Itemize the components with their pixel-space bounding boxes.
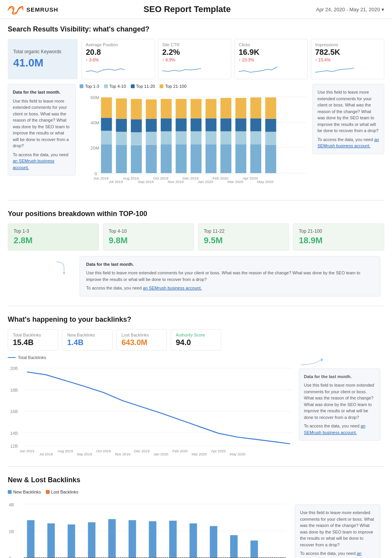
- total-backlinks-label: Total Backlinks: [13, 333, 53, 337]
- svg-text:16B: 16B: [10, 409, 18, 414]
- lost-backlinks-label: Lost Backlinks: [121, 333, 162, 337]
- bar-chart-legend: Top 1-3 Top 4-10 Top 11-20 Top 21-100: [80, 84, 309, 89]
- svg-rect-29: [176, 131, 187, 144]
- metric-site-ctr-change: ↑ 6.9%: [162, 58, 227, 62]
- svg-text:4B: 4B: [9, 502, 14, 507]
- svg-rect-28: [176, 144, 187, 173]
- section3-semrush-link[interactable]: an SEMrush business account.: [304, 424, 365, 435]
- section1-comment-left-title: Data for the last month.: [13, 89, 71, 96]
- section4-legend: New Backlinks Lost Backlinks: [8, 490, 384, 494]
- legend-top21-100: Top 21-100: [160, 84, 186, 89]
- svg-rect-52: [265, 145, 276, 173]
- section1-semrush-link-left[interactable]: an SEMrush business account.: [13, 159, 54, 170]
- svg-rect-8: [101, 144, 112, 173]
- section1-comment-left: Data for the last month. Use this field …: [8, 84, 76, 176]
- section3-comment-title: Data for the last month.: [304, 373, 375, 380]
- divider-1: [8, 200, 384, 201]
- section4-comment-text: Use this field to leave more extended co…: [300, 509, 375, 548]
- metric-avg-position: Average Position 20.8 ↑ 3.6%: [82, 39, 155, 79]
- backlinks-legend-label: Total Backlinks: [18, 355, 46, 360]
- logo-text: SEMRUSH: [26, 6, 58, 13]
- svg-rect-40: [220, 144, 231, 173]
- page-header: SEMRUSH SEO Report Template Apr 24, 2020…: [0, 0, 392, 19]
- svg-rect-103: [47, 523, 55, 558]
- svg-text:Oct 2019: Oct 2019: [153, 176, 168, 180]
- svg-text:Apr 2020: Apr 2020: [243, 176, 258, 180]
- section1-comment-right: Use this field to leave more extended co…: [312, 84, 384, 154]
- svg-text:18B: 18B: [10, 387, 18, 392]
- new-backlinks-label: New Backlinks: [67, 333, 108, 337]
- position-card-top11-22: Top 11-22 9.5M: [198, 223, 289, 251]
- new-lost-backlinks-chart-svg: 4B 2B 0 -2B: [8, 497, 291, 558]
- section3-comment: Data for the last month. Use this field …: [299, 368, 380, 441]
- section1-semrush-link-right[interactable]: an SEMrush business account.: [317, 137, 379, 148]
- total-keywords-card: Total organic Keywords 41.0M: [8, 39, 78, 79]
- svg-text:2B: 2B: [9, 529, 14, 534]
- section2-comment-row: Data for the last month. Use this field …: [8, 256, 384, 296]
- svg-rect-32: [191, 144, 201, 173]
- svg-rect-101: [27, 520, 35, 558]
- legend-top1-3: Top 1-3: [80, 84, 99, 89]
- clicks-sparkline: [239, 64, 278, 75]
- svg-text:60M: 60M: [90, 95, 99, 100]
- svg-rect-39: [205, 99, 216, 119]
- svg-rect-9: [101, 131, 112, 145]
- svg-rect-18: [131, 119, 142, 132]
- stacked-bar-chart-svg: 60M 40M 20M 0: [80, 91, 309, 191]
- svg-rect-31: [176, 99, 187, 119]
- svg-text:Mar 2020: Mar 2020: [227, 180, 243, 184]
- svg-rect-44: [235, 144, 246, 173]
- svg-text:Jun 2019: Jun 2019: [19, 449, 34, 453]
- metric-avg-position-change: ↑ 3.6%: [86, 58, 151, 62]
- position-label-1: Top 1-3: [14, 228, 93, 234]
- section2-comment-link-intro: To access the data, you need an SEMrush …: [86, 285, 374, 291]
- semrush-logo-icon: [8, 4, 23, 15]
- svg-rect-25: [161, 131, 172, 144]
- svg-rect-54: [265, 119, 276, 132]
- authority-score-value: 94.0: [176, 338, 216, 347]
- svg-text:Sep 2019: Sep 2019: [77, 452, 92, 456]
- svg-rect-35: [191, 99, 201, 119]
- section4-semrush-link[interactable]: an SEMrush business account.: [300, 551, 361, 558]
- section2-semrush-link[interactable]: an SEMrush business account.: [143, 286, 202, 290]
- svg-rect-117: [189, 523, 197, 558]
- svg-text:12B: 12B: [10, 444, 18, 448]
- metric-site-ctr-value: 2.2%: [162, 48, 227, 57]
- svg-text:40M: 40M: [90, 120, 99, 125]
- total-keywords-value: 41.0M: [13, 57, 72, 69]
- position-value-2: 9.8M: [109, 235, 188, 246]
- dropdown-arrow-icon[interactable]: ▾: [382, 7, 384, 12]
- section1-title: Search Results Visibility: what's change…: [8, 25, 384, 33]
- legend-lost-backlinks-label: Lost Backlinks: [51, 490, 78, 494]
- metric-clicks-label: Clicks: [239, 42, 304, 47]
- legend-new-backlinks: New Backlinks: [8, 490, 41, 494]
- svg-rect-33: [191, 131, 201, 144]
- svg-rect-14: [116, 119, 127, 132]
- svg-rect-13: [116, 132, 127, 145]
- svg-marker-92: [321, 358, 323, 362]
- arrow-icon-section2: [52, 260, 76, 276]
- metric-avg-position-value: 20.8: [86, 48, 151, 57]
- lost-backlinks-metric: Lost Backlinks 643.0M: [116, 329, 167, 350]
- svg-rect-11: [101, 98, 112, 118]
- svg-rect-23: [146, 99, 157, 119]
- svg-text:0: 0: [94, 171, 97, 176]
- backlinks-metrics-row: Total Backlinks 15.4B New Backlinks 1.4B…: [8, 329, 384, 350]
- backlinks-line-chart-svg: 20B 18B 16B 14B 12B Jun 2019 Jul 2019 Au…: [8, 361, 295, 457]
- position-label-3: Top 11-22: [204, 228, 283, 234]
- position-label-4: Top 21-100: [299, 228, 378, 234]
- svg-text:Mar 2020: Mar 2020: [192, 452, 207, 456]
- svg-rect-107: [88, 522, 95, 558]
- svg-text:May 2020: May 2020: [257, 180, 273, 184]
- svg-text:Jul 2019: Jul 2019: [109, 180, 123, 184]
- svg-rect-27: [161, 99, 172, 119]
- metric-clicks: Clicks 16.9K ↑ 23.3%: [234, 39, 308, 79]
- svg-text:Feb 2020: Feb 2020: [213, 176, 229, 180]
- svg-rect-111: [128, 520, 136, 558]
- svg-rect-37: [205, 131, 216, 144]
- svg-text:Aug 2019: Aug 2019: [123, 176, 139, 180]
- date-range: Apr 24, 2020 - May 21, 2020 ▾: [316, 7, 384, 12]
- authority-score-label: Authority Score: [176, 333, 216, 337]
- svg-rect-12: [116, 145, 127, 173]
- section1-comment-left-link-intro: To access the data, you need an SEMrush …: [13, 152, 71, 171]
